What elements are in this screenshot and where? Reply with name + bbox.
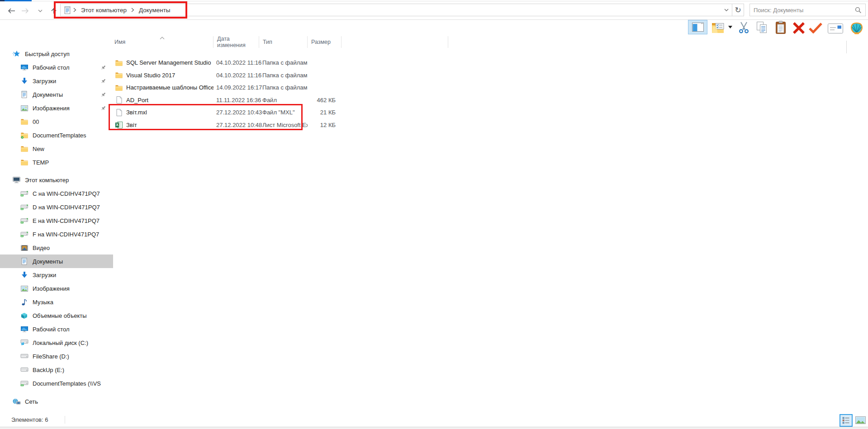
sidebar-item-documents[interactable]: Документы <box>0 88 113 101</box>
sidebar-item-desktop[interactable]: Рабочий стол <box>0 61 113 74</box>
column-header-size[interactable]: Размер <box>308 36 342 48</box>
navigation-bar: Этот компьютер Документы ↻ <box>0 1 868 20</box>
file-name: Настраиваемые шаблоны Office <box>126 84 213 91</box>
sidebar-item-music[interactable]: Музыка <box>0 295 113 309</box>
window-bottom-strip <box>0 427 868 429</box>
file-row[interactable]: Visual Studio 2017 04.10.2022 11:16 Папк… <box>111 69 455 82</box>
sidebar-item-desktop-pc[interactable]: Рабочий стол <box>0 322 113 336</box>
toolbar-separator <box>846 41 847 53</box>
music-note-icon <box>20 299 28 306</box>
pictures-icon <box>20 105 28 111</box>
refresh-button[interactable]: ↻ <box>732 4 744 16</box>
breadcrumb-item-this-pc[interactable]: Этот компьютер <box>79 7 128 14</box>
sidebar-item-quick-access[interactable]: Быстрый доступ <box>0 47 113 61</box>
back-button[interactable] <box>6 5 18 17</box>
file-name: AD_Port <box>126 97 148 104</box>
sidebar-item-drive-f-win[interactable]: F на WIN-CDIHV471PQ7 <box>0 227 113 241</box>
column-header-type[interactable]: Тип <box>259 36 308 48</box>
sidebar-item-drive-d-win[interactable]: D на WIN-CDIHV471PQ7 <box>0 200 113 214</box>
chevron-down-icon <box>724 9 729 11</box>
forward-button[interactable] <box>19 5 31 17</box>
file-row[interactable]: X Звіт 27.12.2022 10:48 Лист Microsoft E… <box>111 119 455 132</box>
sidebar-item-temp[interactable]: TEMP <box>0 156 113 169</box>
sidebar-item-pictures[interactable]: Изображения <box>0 101 113 115</box>
disk-icon <box>20 354 28 358</box>
checkmark-icon <box>808 23 823 33</box>
folder-options-icon <box>711 22 725 33</box>
sidebar-item-downloads[interactable]: Загрузки <box>0 74 113 88</box>
desktop-icon <box>20 65 28 71</box>
file-size: 12 КБ <box>308 122 342 128</box>
status-bar: Элементов: 6 <box>0 413 868 427</box>
breadcrumb-chevron-icon <box>73 8 76 12</box>
pin-icon <box>100 65 106 71</box>
search-input[interactable] <box>754 7 855 14</box>
file-row[interactable]: AD_Port 11.11.2022 16:36 Файл 462 КБ <box>111 94 455 107</box>
sidebar-item-fileshare-d[interactable]: FileShare (D:) <box>0 349 113 363</box>
up-button[interactable] <box>48 5 60 17</box>
sidebar-item-00[interactable]: 00 <box>0 115 113 128</box>
column-header-name[interactable]: Имя <box>111 36 213 48</box>
preview-pane-toggle-button[interactable] <box>688 20 707 34</box>
apply-button[interactable] <box>807 22 824 34</box>
sidebar-item-documenttemplates-share[interactable]: DocumentTemplates (\\VS <box>0 377 113 390</box>
details-view-button[interactable] <box>840 414 853 427</box>
file-type: Папка с файлами <box>259 84 308 91</box>
navigation-pane: Быстрый доступ Рабочий стол Загрузки Док… <box>0 38 113 413</box>
address-bar[interactable]: Этот компьютер Документы ↻ <box>60 4 744 16</box>
pin-icon <box>100 105 106 111</box>
downloads-icon <box>20 272 28 278</box>
folder-options-dropdown[interactable] <box>727 25 733 29</box>
search-box <box>749 4 866 16</box>
file-row[interactable]: Звіт.mxl 27.12.2022 10:43 Файл "MXL" 21 … <box>111 106 455 119</box>
rename-field-icon <box>828 24 843 33</box>
sidebar-item-drive-e-win[interactable]: E на WIN-CDIHV471PQ7 <box>0 214 113 227</box>
sidebar-item-3d-objects[interactable]: Объемные объекты <box>0 309 113 322</box>
file-row[interactable]: Настраиваемые шаблоны Office 14.09.2022 … <box>111 81 455 94</box>
disk-icon <box>20 368 28 372</box>
network-drive-icon <box>20 191 28 197</box>
file-list: SQL Server Management Studio 04.10.2022 … <box>111 57 455 131</box>
sidebar-item-pictures-pc[interactable]: Изображения <box>0 282 113 295</box>
file-type: Папка с файлами <box>259 72 308 79</box>
svg-text:X: X <box>116 123 119 127</box>
sidebar-item-documents-selected[interactable]: Документы <box>0 255 113 268</box>
thumbnails-view-button[interactable] <box>855 416 866 424</box>
documents-icon <box>20 91 28 98</box>
file-name: SQL Server Management Studio <box>126 59 211 66</box>
sidebar-item-drive-c-win[interactable]: C на WIN-CDIHV471PQ7 <box>0 187 113 200</box>
sidebar-item-this-pc[interactable]: Этот компьютер <box>0 173 113 187</box>
desktop-icon <box>20 326 28 332</box>
sidebar-item-network[interactable]: Сеть <box>0 395 113 408</box>
quick-access-star-icon <box>12 50 21 57</box>
sidebar-item-documenttemplates[interactable]: DocumentTemplates <box>0 128 113 142</box>
classic-shell-icon <box>849 20 864 35</box>
sidebar-item-videos[interactable]: Видео <box>0 241 113 255</box>
column-header-date[interactable]: Дата изменения <box>213 36 259 48</box>
breadcrumb-item-documents[interactable]: Документы <box>137 7 172 14</box>
excel-file-icon: X <box>115 122 123 128</box>
file-type: Лист Microsoft Ex... <box>259 122 308 128</box>
sidebar-item-new[interactable]: New <box>0 142 113 156</box>
sidebar-item-local-disk-c[interactable]: Локальный диск (C:) <box>0 336 113 349</box>
rename-button[interactable] <box>827 23 844 34</box>
folder-options-button[interactable] <box>711 21 726 34</box>
paste-button[interactable] <box>773 20 789 35</box>
delete-x-icon <box>792 22 806 34</box>
cut-button[interactable] <box>736 21 751 34</box>
sidebar-item-backup-e[interactable]: BackUp (E:) <box>0 363 113 377</box>
sidebar-item-downloads-pc[interactable]: Загрузки <box>0 268 113 282</box>
address-dropdown-button[interactable] <box>721 4 732 16</box>
caret-down-icon <box>728 26 732 28</box>
network-drive-icon <box>20 218 28 224</box>
refresh-icon: ↻ <box>735 5 741 15</box>
network-share-drive-icon <box>20 381 28 387</box>
copy-button[interactable] <box>754 21 770 34</box>
classic-shell-button[interactable] <box>849 20 864 35</box>
videos-icon <box>20 245 28 251</box>
delete-button[interactable] <box>791 21 807 35</box>
file-row[interactable]: SQL Server Management Studio 04.10.2022 … <box>111 57 455 69</box>
copy-icon <box>755 22 768 33</box>
toolbar <box>0 20 868 36</box>
recent-locations-button[interactable] <box>36 5 44 17</box>
